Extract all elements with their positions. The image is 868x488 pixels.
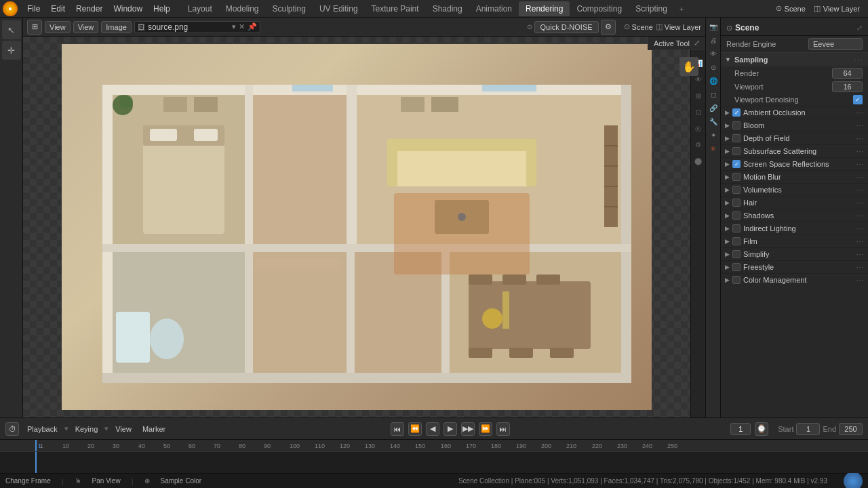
panel-icon-object[interactable]: ◻ bbox=[707, 88, 719, 100]
toggle-check-2[interactable] bbox=[732, 134, 741, 142]
keying-menu[interactable]: Keying bbox=[71, 424, 102, 434]
feature-toggle-depth-of-field[interactable]: ▶ Depth of Field ··· bbox=[721, 131, 868, 144]
step-back-button[interactable]: ◀ bbox=[426, 422, 439, 436]
menu-help[interactable]: Help bbox=[148, 3, 176, 15]
panel-expand-icon[interactable]: ⤢ bbox=[856, 24, 863, 33]
toggle-check-10[interactable] bbox=[732, 237, 741, 245]
toggle-check-12[interactable] bbox=[732, 263, 741, 271]
feature-toggle-freestyle[interactable]: ▶ Freestyle ··· bbox=[721, 260, 868, 273]
playback-menu[interactable]: Playback bbox=[23, 424, 62, 434]
panel-icon-constraints[interactable]: 🔗 bbox=[707, 102, 719, 114]
scope-icon-6[interactable]: ◎ bbox=[692, 121, 705, 136]
end-frame-value[interactable]: 250 bbox=[839, 423, 863, 435]
toggle-check-11[interactable] bbox=[732, 250, 741, 258]
pan-view-hint[interactable]: Pan View bbox=[92, 477, 121, 485]
active-tool-expand-icon[interactable]: ⤢ bbox=[694, 39, 700, 47]
menu-file[interactable]: File bbox=[22, 3, 45, 15]
toggle-check-6[interactable] bbox=[732, 186, 741, 194]
start-frame-value[interactable]: 1 bbox=[796, 423, 820, 435]
tab-rendering[interactable]: Rendering bbox=[519, 1, 570, 16]
tab-scripting[interactable]: Scripting bbox=[629, 1, 674, 16]
toggle-dots-11[interactable]: ··· bbox=[856, 251, 864, 258]
toggle-dots-7[interactable]: ··· bbox=[856, 199, 864, 207]
feature-toggle-hair[interactable]: ▶ Hair ··· bbox=[721, 196, 868, 209]
view-button[interactable]: View bbox=[45, 21, 71, 33]
filename-display[interactable]: source.png bbox=[148, 22, 229, 32]
toggle-dots-2[interactable]: ··· bbox=[856, 135, 864, 142]
tab-sculpting[interactable]: Sculpting bbox=[266, 1, 313, 16]
change-frame-hint[interactable]: Change Frame bbox=[5, 477, 51, 485]
timeline-area[interactable]: 1 11020304050607080901001101201301401501… bbox=[0, 439, 868, 473]
panel-icon-physics[interactable]: ⚛ bbox=[707, 142, 719, 155]
layer-selector[interactable]: View Layer bbox=[665, 23, 701, 31]
panel-icon-scene[interactable]: ⊙ bbox=[707, 61, 719, 73]
file-close-icon[interactable]: ✕ bbox=[239, 22, 245, 31]
toggle-dots-0[interactable]: ··· bbox=[856, 109, 864, 117]
tab-modeling[interactable]: Modeling bbox=[219, 1, 266, 16]
toggle-check-7[interactable] bbox=[732, 199, 741, 207]
feature-toggle-ambient-occlusion[interactable]: ▶ ✓ Ambient Occlusion ··· bbox=[721, 106, 868, 119]
prev-keyframe-button[interactable]: ⏪ bbox=[408, 422, 422, 436]
next-keyframe-button[interactable]: ⏩ bbox=[479, 422, 492, 436]
toggle-dots-3[interactable]: ··· bbox=[856, 148, 864, 155]
menu-window[interactable]: Window bbox=[108, 3, 148, 15]
sampling-dots[interactable]: ··· bbox=[854, 56, 864, 64]
quick-denoise-button[interactable]: Quick D-NOISE bbox=[534, 21, 599, 33]
feature-toggle-simplify[interactable]: ▶ Simplify ··· bbox=[721, 247, 868, 260]
toggle-dots-4[interactable]: ··· bbox=[856, 161, 864, 168]
view-menu-button[interactable]: ⊞ bbox=[27, 20, 42, 35]
current-frame-display[interactable]: 1 bbox=[730, 423, 751, 435]
panel-icon-render[interactable]: 📷 bbox=[707, 20, 719, 33]
image-button[interactable]: Image bbox=[101, 21, 132, 33]
viewport-samples-value[interactable]: 16 bbox=[832, 81, 863, 92]
toggle-dots-9[interactable]: ··· bbox=[856, 225, 864, 232]
view-menu[interactable]: View bbox=[111, 424, 136, 434]
feature-toggle-screen-space-reflections[interactable]: ▶ ✓ Screen Space Reflections ··· bbox=[721, 157, 868, 170]
denoise-settings-icon[interactable]: ⚙ bbox=[601, 20, 616, 35]
feature-toggle-bloom[interactable]: ▶ Bloom ··· bbox=[721, 119, 868, 131]
scope-icon-4[interactable]: ⊞ bbox=[692, 88, 705, 103]
toggle-dots-6[interactable]: ··· bbox=[856, 186, 864, 194]
view2-button[interactable]: View bbox=[73, 21, 99, 33]
feature-toggle-subsurface-scattering[interactable]: ▶ Subsurface Scattering ··· bbox=[721, 144, 868, 157]
tab-uv-editing[interactable]: UV Editing bbox=[313, 1, 365, 16]
pin-icon[interactable]: 📌 bbox=[248, 22, 257, 31]
marker-menu[interactable]: Marker bbox=[138, 424, 170, 434]
panel-icon-world[interactable]: 🌐 bbox=[707, 75, 719, 87]
tool-cursor-icon[interactable]: ✛ bbox=[2, 41, 21, 60]
render-engine-dropdown[interactable]: Eevee bbox=[808, 38, 863, 50]
timeline-track[interactable] bbox=[0, 452, 868, 473]
render-viewport[interactable] bbox=[23, 37, 690, 418]
tab-shading[interactable]: Shading bbox=[426, 1, 469, 16]
menu-render[interactable]: Render bbox=[71, 3, 108, 15]
blender-logo-icon[interactable]: ● bbox=[3, 1, 18, 16]
cursor-tool-icon[interactable]: ✋ bbox=[679, 57, 698, 76]
toggle-check-9[interactable] bbox=[732, 224, 741, 232]
tab-animation[interactable]: Animation bbox=[469, 1, 519, 16]
menu-edit[interactable]: Edit bbox=[45, 3, 71, 15]
feature-toggle-film[interactable]: ▶ Film ··· bbox=[721, 235, 868, 247]
panel-icon-view[interactable]: 👁 bbox=[707, 47, 719, 60]
header-scene-name[interactable]: Scene bbox=[785, 5, 806, 13]
fps-icon[interactable]: ⌚ bbox=[755, 422, 768, 436]
toggle-dots-13[interactable]: ··· bbox=[856, 277, 864, 284]
add-tab-button[interactable]: + bbox=[674, 2, 689, 16]
play-pause-button[interactable]: ▶ bbox=[443, 422, 457, 436]
feature-toggle-shadows[interactable]: ▶ Shadows ··· bbox=[721, 209, 868, 222]
render-samples-value[interactable]: 64 bbox=[832, 68, 863, 79]
viewport-denoising-checkbox[interactable]: ✓ bbox=[853, 95, 863, 104]
scene-selector[interactable]: Scene bbox=[632, 23, 653, 31]
toggle-dots-1[interactable]: ··· bbox=[856, 122, 864, 129]
feature-toggle-color-management[interactable]: ▶ Color Management ··· bbox=[721, 273, 868, 286]
tab-compositing[interactable]: Compositing bbox=[570, 1, 629, 16]
toggle-check-13[interactable] bbox=[732, 276, 741, 284]
toggle-dots-8[interactable]: ··· bbox=[856, 212, 864, 220]
tab-texture-paint[interactable]: Texture Paint bbox=[365, 1, 426, 16]
jump-to-end-button[interactable]: ⏭ bbox=[496, 422, 510, 436]
toggle-check-0[interactable]: ✓ bbox=[732, 108, 741, 117]
step-forward-button[interactable]: ▶▶ bbox=[461, 422, 475, 436]
feature-toggle-indirect-lighting[interactable]: ▶ Indirect Lighting ··· bbox=[721, 222, 868, 235]
toggle-dots-10[interactable]: ··· bbox=[856, 238, 864, 245]
tool-select-icon[interactable]: ↖ bbox=[2, 20, 21, 39]
feature-toggle-motion-blur[interactable]: ▶ Motion Blur ··· bbox=[721, 170, 868, 183]
